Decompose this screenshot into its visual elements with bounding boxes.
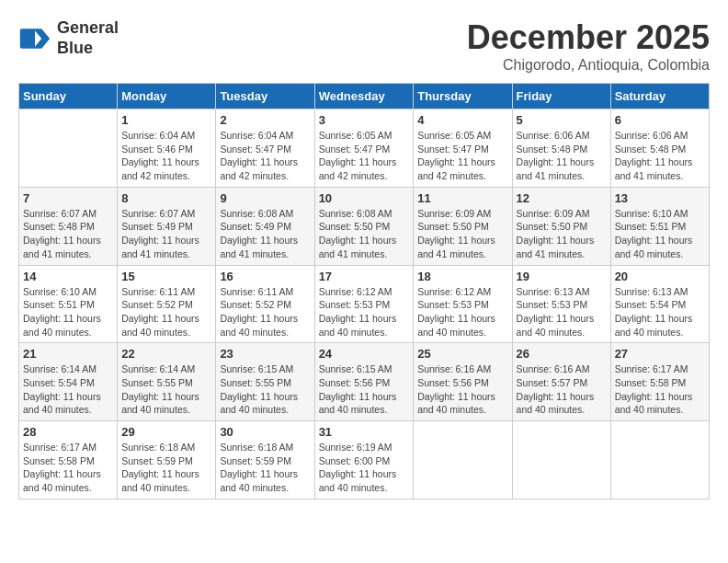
cell-info: Sunrise: 6:12 AM Sunset: 5:53 PM Dayligh…	[319, 285, 410, 339]
cell-info: Sunrise: 6:06 AM Sunset: 5:48 PM Dayligh…	[615, 129, 705, 183]
calendar-cell: 25Sunrise: 6:16 AM Sunset: 5:56 PM Dayli…	[414, 343, 512, 421]
cell-info: Sunrise: 6:11 AM Sunset: 5:52 PM Dayligh…	[121, 285, 211, 339]
title-block: December 2025 Chigorodo, Antioquia, Colo…	[467, 18, 710, 74]
weekday-header-tuesday: Tuesday	[216, 84, 314, 109]
calendar-cell: 11Sunrise: 6:09 AM Sunset: 5:50 PM Dayli…	[414, 187, 512, 265]
calendar-cell: 26Sunrise: 6:16 AM Sunset: 5:57 PM Dayli…	[512, 343, 610, 421]
day-number: 27	[615, 347, 705, 361]
calendar-cell: 4Sunrise: 6:05 AM Sunset: 5:47 PM Daylig…	[414, 109, 512, 188]
day-number: 4	[417, 113, 507, 127]
cell-info: Sunrise: 6:12 AM Sunset: 5:53 PM Dayligh…	[417, 285, 507, 339]
cell-info: Sunrise: 6:04 AM Sunset: 5:47 PM Dayligh…	[220, 129, 310, 183]
day-number: 15	[121, 270, 211, 283]
cell-info: Sunrise: 6:08 AM Sunset: 5:49 PM Dayligh…	[220, 207, 310, 261]
cell-info: Sunrise: 6:08 AM Sunset: 5:50 PM Dayligh…	[319, 207, 410, 261]
cell-info: Sunrise: 6:09 AM Sunset: 5:50 PM Dayligh…	[417, 207, 507, 261]
calendar-cell: 16Sunrise: 6:11 AM Sunset: 5:52 PM Dayli…	[216, 265, 314, 343]
logo-line2: Blue	[57, 39, 119, 59]
calendar-cell: 5Sunrise: 6:06 AM Sunset: 5:48 PM Daylig…	[512, 109, 610, 188]
cell-info: Sunrise: 6:13 AM Sunset: 5:54 PM Dayligh…	[615, 285, 705, 339]
calendar-cell: 24Sunrise: 6:15 AM Sunset: 5:56 PM Dayli…	[314, 343, 414, 421]
calendar-cell: 29Sunrise: 6:18 AM Sunset: 5:59 PM Dayli…	[118, 421, 216, 500]
calendar-cell	[512, 421, 610, 500]
day-number: 11	[417, 191, 507, 205]
calendar-cell	[610, 421, 709, 500]
cell-info: Sunrise: 6:16 AM Sunset: 5:56 PM Dayligh…	[417, 362, 507, 417]
cell-info: Sunrise: 6:14 AM Sunset: 5:54 PM Dayligh…	[23, 362, 113, 417]
calendar-cell: 3Sunrise: 6:05 AM Sunset: 5:47 PM Daylig…	[314, 109, 414, 188]
calendar-cell: 20Sunrise: 6:13 AM Sunset: 5:54 PM Dayli…	[610, 265, 709, 343]
cell-info: Sunrise: 6:14 AM Sunset: 5:55 PM Dayligh…	[121, 362, 211, 417]
cell-info: Sunrise: 6:15 AM Sunset: 5:55 PM Dayligh…	[220, 362, 310, 417]
day-number: 20	[615, 270, 705, 283]
day-number: 28	[23, 425, 113, 439]
day-number: 23	[220, 347, 310, 361]
calendar-cell: 23Sunrise: 6:15 AM Sunset: 5:55 PM Dayli…	[216, 343, 314, 421]
day-number: 10	[319, 191, 410, 205]
location-subtitle: Chigorodo, Antioquia, Colombia	[467, 57, 710, 74]
cell-info: Sunrise: 6:17 AM Sunset: 5:58 PM Dayligh…	[615, 362, 705, 417]
cell-info: Sunrise: 6:10 AM Sunset: 5:51 PM Dayligh…	[23, 285, 113, 339]
calendar-cell: 13Sunrise: 6:10 AM Sunset: 5:51 PM Dayli…	[610, 187, 709, 265]
day-number: 5	[517, 113, 607, 127]
calendar-cell: 19Sunrise: 6:13 AM Sunset: 5:53 PM Dayli…	[512, 265, 610, 343]
cell-info: Sunrise: 6:19 AM Sunset: 6:00 PM Dayligh…	[319, 441, 410, 495]
calendar-cell: 8Sunrise: 6:07 AM Sunset: 5:49 PM Daylig…	[118, 187, 216, 265]
day-number: 25	[417, 347, 507, 361]
calendar-cell: 15Sunrise: 6:11 AM Sunset: 5:52 PM Dayli…	[118, 265, 216, 343]
calendar-cell: 7Sunrise: 6:07 AM Sunset: 5:48 PM Daylig…	[19, 187, 118, 265]
day-number: 8	[121, 191, 211, 205]
cell-info: Sunrise: 6:15 AM Sunset: 5:56 PM Dayligh…	[319, 362, 410, 417]
calendar-cell: 17Sunrise: 6:12 AM Sunset: 5:53 PM Dayli…	[314, 265, 414, 343]
calendar-cell: 31Sunrise: 6:19 AM Sunset: 6:00 PM Dayli…	[314, 421, 414, 500]
calendar-cell: 28Sunrise: 6:17 AM Sunset: 5:58 PM Dayli…	[19, 421, 118, 500]
weekday-header-thursday: Thursday	[414, 84, 512, 109]
calendar-table: SundayMondayTuesdayWednesdayThursdayFrid…	[18, 83, 710, 500]
weekday-header-saturday: Saturday	[610, 84, 709, 109]
day-number: 7	[23, 191, 113, 205]
day-number: 13	[615, 191, 705, 205]
logo-line1: General	[57, 18, 119, 39]
day-number: 1	[121, 113, 211, 127]
logo-text: General Blue	[57, 18, 119, 58]
weekday-header-sunday: Sunday	[19, 84, 118, 109]
svg-rect-2	[20, 29, 35, 49]
cell-info: Sunrise: 6:18 AM Sunset: 5:59 PM Dayligh…	[121, 441, 211, 495]
day-number: 12	[517, 191, 607, 205]
day-number: 3	[319, 113, 410, 127]
calendar-cell: 27Sunrise: 6:17 AM Sunset: 5:58 PM Dayli…	[610, 343, 709, 421]
cell-info: Sunrise: 6:07 AM Sunset: 5:48 PM Dayligh…	[23, 207, 113, 261]
day-number: 6	[615, 113, 705, 127]
calendar-cell: 18Sunrise: 6:12 AM Sunset: 5:53 PM Dayli…	[414, 265, 512, 343]
calendar-cell: 1Sunrise: 6:04 AM Sunset: 5:46 PM Daylig…	[118, 109, 216, 188]
calendar-cell: 22Sunrise: 6:14 AM Sunset: 5:55 PM Dayli…	[118, 343, 216, 421]
cell-info: Sunrise: 6:05 AM Sunset: 5:47 PM Dayligh…	[417, 129, 507, 183]
cell-info: Sunrise: 6:05 AM Sunset: 5:47 PM Dayligh…	[319, 129, 410, 183]
day-number: 19	[517, 270, 607, 283]
cell-info: Sunrise: 6:09 AM Sunset: 5:50 PM Dayligh…	[517, 207, 607, 261]
calendar-cell: 21Sunrise: 6:14 AM Sunset: 5:54 PM Dayli…	[19, 343, 118, 421]
calendar-cell	[19, 109, 118, 188]
day-number: 14	[23, 270, 113, 283]
cell-info: Sunrise: 6:04 AM Sunset: 5:46 PM Dayligh…	[121, 129, 211, 183]
calendar-cell	[414, 421, 512, 500]
weekday-header-monday: Monday	[118, 84, 216, 109]
calendar-cell: 12Sunrise: 6:09 AM Sunset: 5:50 PM Dayli…	[512, 187, 610, 265]
day-number: 31	[319, 425, 410, 439]
logo-icon	[18, 22, 51, 55]
cell-info: Sunrise: 6:10 AM Sunset: 5:51 PM Dayligh…	[615, 207, 705, 261]
weekday-header-friday: Friday	[512, 84, 610, 109]
page-header: General Blue December 2025 Chigorodo, An…	[18, 18, 710, 74]
calendar-cell: 2Sunrise: 6:04 AM Sunset: 5:47 PM Daylig…	[216, 109, 314, 188]
day-number: 30	[220, 425, 310, 439]
calendar-cell: 10Sunrise: 6:08 AM Sunset: 5:50 PM Dayli…	[314, 187, 414, 265]
day-number: 29	[121, 425, 211, 439]
calendar-cell: 30Sunrise: 6:18 AM Sunset: 5:59 PM Dayli…	[216, 421, 314, 500]
weekday-header-wednesday: Wednesday	[314, 84, 414, 109]
logo: General Blue	[18, 18, 119, 58]
cell-info: Sunrise: 6:17 AM Sunset: 5:58 PM Dayligh…	[23, 441, 113, 495]
month-title: December 2025	[467, 18, 710, 57]
cell-info: Sunrise: 6:18 AM Sunset: 5:59 PM Dayligh…	[220, 441, 310, 495]
day-number: 2	[220, 113, 310, 127]
day-number: 22	[121, 347, 211, 361]
